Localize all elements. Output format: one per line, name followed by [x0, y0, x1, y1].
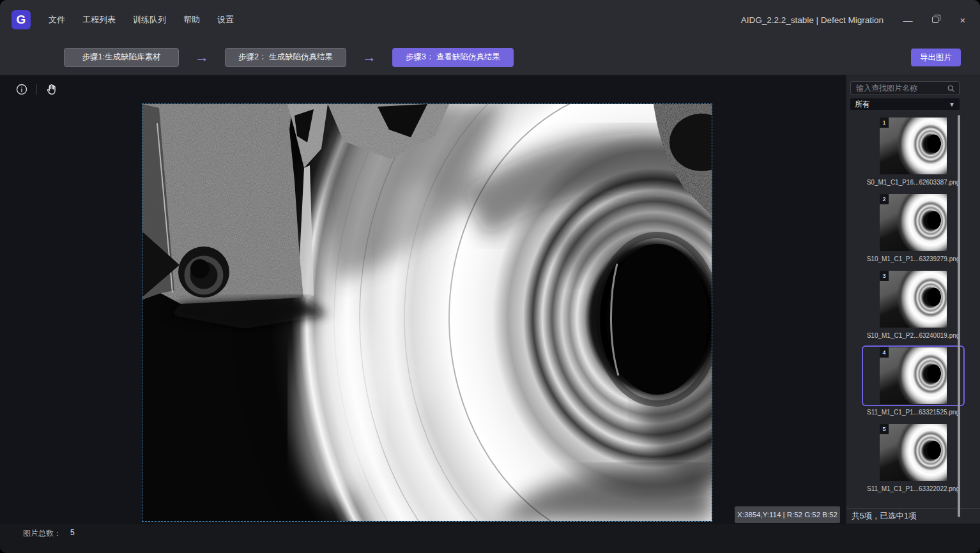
bolt-hole-core: [190, 259, 210, 278]
total-images-value: 5: [70, 528, 75, 537]
toolbar-divider: [36, 84, 37, 95]
step-button-1[interactable]: 步骤1:生成缺陷库素材: [64, 48, 179, 67]
total-images-label: 图片总数：: [23, 528, 61, 539]
step-button-3[interactable]: 步骤3： 查看缺陷仿真结果: [392, 48, 514, 67]
menu-item-file[interactable]: 文件: [49, 14, 65, 26]
window-title: AIDG_2.2.2_stable | Defect Migration: [741, 15, 884, 25]
title-bar: G 文件 工程列表 训练队列 帮助 设置 AIDG_2.2.2_stable |…: [0, 0, 980, 40]
export-images-button[interactable]: 导出图片: [911, 49, 961, 66]
thumbnail-index-badge: 3: [880, 271, 889, 281]
search-box: [850, 81, 960, 95]
menu-item-help[interactable]: 帮助: [183, 14, 200, 26]
minimize-button[interactable]: —: [902, 14, 914, 26]
step-arrow-icon: →: [195, 50, 209, 64]
step-bar: 步骤1:生成缺陷库素材 → 步骤2： 生成缺陷仿真结果 → 步骤3： 查看缺陷仿…: [0, 40, 980, 75]
thumbnail-index-badge: 4: [880, 347, 889, 358]
pixel-coords-overlay: X:3854,Y:114 | R:52 G:52 B:52: [735, 506, 840, 523]
app-window: G 文件 工程列表 训练队列 帮助 设置 AIDG_2.2.2_stable |…: [0, 0, 980, 553]
image-viewer-canvas[interactable]: X:3854,Y:114 | R:52 G:52 B:52: [0, 75, 846, 524]
restore-button[interactable]: [930, 14, 941, 26]
rim-highlight: [296, 308, 379, 500]
thumbnail-image[interactable]: 4: [880, 347, 947, 404]
step-arrow-icon: →: [362, 50, 376, 64]
restore-icon: [932, 17, 938, 23]
thumbnail-image[interactable]: 5: [880, 424, 947, 481]
hand-pan-icon[interactable]: [44, 82, 59, 97]
filter-dropdown[interactable]: 所有 ▼: [850, 98, 960, 110]
menu-item-training-queue[interactable]: 训练队列: [133, 14, 166, 26]
thumbnail-image[interactable]: 3: [880, 271, 947, 328]
main-image[interactable]: [142, 104, 712, 521]
search-icon[interactable]: [947, 84, 955, 93]
bore-hole: [606, 244, 708, 395]
thumbnail-sidebar: 所有 ▼ 1 S0_M1_C1_P16...62603387.png 2 S10…: [846, 75, 980, 524]
thumbnail-index-badge: 5: [880, 424, 889, 434]
filter-selected-value: 所有: [855, 99, 949, 110]
thumbnail-index-badge: 1: [880, 117, 889, 128]
search-input[interactable]: [852, 84, 947, 93]
viewer-toolbar: [14, 82, 59, 97]
thumbnail-index-badge: 2: [880, 194, 889, 204]
status-bar: 图片总数： 5: [0, 524, 980, 553]
info-icon[interactable]: [14, 82, 29, 97]
scrollbar[interactable]: [958, 115, 960, 517]
menu-item-project-list[interactable]: 工程列表: [82, 14, 116, 26]
thumbnail-image[interactable]: 2: [880, 194, 947, 251]
face-highlight: [382, 181, 452, 411]
menu-item-settings[interactable]: 设置: [217, 14, 234, 26]
menu-bar: 文件 工程列表 训练队列 帮助 设置: [49, 14, 234, 26]
chevron-down-icon: ▼: [949, 101, 955, 108]
app-logo: G: [11, 10, 31, 29]
thumbnail-image[interactable]: 1: [880, 117, 947, 174]
close-button[interactable]: ×: [957, 14, 969, 26]
step-button-2[interactable]: 步骤2： 生成缺陷仿真结果: [225, 48, 346, 67]
machined-part-photo: [142, 104, 712, 521]
